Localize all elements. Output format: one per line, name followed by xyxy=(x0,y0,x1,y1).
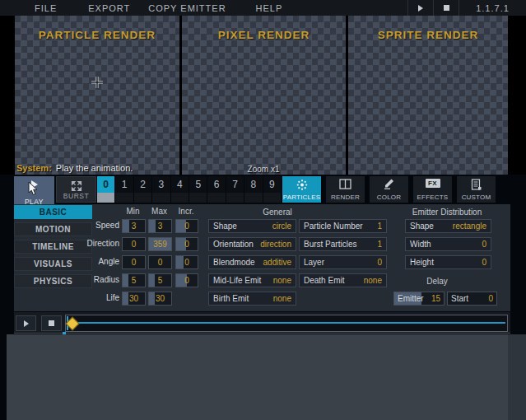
sprite-render-viewport[interactable]: SPRITE RENDER xyxy=(348,16,508,175)
field-value: 0 xyxy=(149,256,171,268)
delay-emitter-field[interactable]: Emitter15 xyxy=(393,292,445,306)
menubar-stop-button[interactable] xyxy=(434,0,459,16)
shape-button[interactable]: Shapecircle xyxy=(208,219,296,233)
field-value: 5 xyxy=(123,274,145,287)
sprite-render-title: SPRITE RENDER xyxy=(348,29,508,41)
life-min-field[interactable]: 30 xyxy=(122,292,146,306)
field-value: 0 xyxy=(176,238,198,250)
field-value: 0 xyxy=(123,256,145,268)
angle-incr-field[interactable]: 0 xyxy=(175,255,198,269)
tab-effects[interactable]: FX EFFECTS xyxy=(413,176,452,203)
timeline-bar xyxy=(0,311,526,334)
field-value: 0 xyxy=(176,274,198,287)
emitter-slot-3[interactable]: 3 xyxy=(152,176,170,203)
menu-copy-emitter[interactable]: COPY EMITTER xyxy=(148,3,226,13)
tab-custom[interactable]: CUSTOM xyxy=(457,176,496,203)
distribution-width-field[interactable]: Width0 xyxy=(405,237,491,251)
field-value: 0 xyxy=(176,220,198,232)
direction-min-field[interactable]: 0 xyxy=(122,237,146,251)
field-value: 359 xyxy=(149,238,171,250)
particles-icon xyxy=(296,179,309,191)
field-label: Emitter xyxy=(398,294,424,303)
button-label: Birth Emit xyxy=(213,294,249,303)
delay-start-field[interactable]: Start0 xyxy=(447,292,497,306)
field-value: 3 xyxy=(123,220,145,232)
speed-incr-field[interactable]: 0 xyxy=(175,219,198,233)
emitter-slot-8[interactable]: 8 xyxy=(244,176,263,203)
play-icon xyxy=(24,320,29,327)
button-label: Particle Number xyxy=(304,222,363,231)
orientation-button[interactable]: Orientationdirection xyxy=(208,237,296,251)
particle-editor-window: FILE EXPORT COPY EMITTER HELP 1.1.7.1 PA… xyxy=(0,0,526,420)
field-value: 3 xyxy=(149,220,171,232)
button-value: direction xyxy=(260,240,291,249)
menubar-play-button[interactable] xyxy=(408,0,433,16)
bottom-panel xyxy=(7,334,508,420)
delay-section-title: Delay xyxy=(408,277,466,286)
emitter-slot-1[interactable]: 1 xyxy=(115,176,133,203)
emitter-slot-6[interactable]: 6 xyxy=(207,176,226,203)
tab-particles[interactable]: PARTICLES xyxy=(282,176,321,203)
color-pencil-icon xyxy=(384,179,395,189)
angle-max-field[interactable]: 0 xyxy=(148,255,172,269)
play-icon xyxy=(418,5,423,12)
custom-document-icon xyxy=(471,179,482,190)
emitter-slot-4[interactable]: 4 xyxy=(171,176,189,203)
burst-button[interactable]: BURST xyxy=(56,176,96,203)
menu-export[interactable]: EXPORT xyxy=(88,3,130,13)
layer-field[interactable]: Layer0 xyxy=(299,255,387,269)
emitter-slot-0[interactable]: 0 xyxy=(97,176,115,203)
emitter-slot-9[interactable]: 9 xyxy=(263,176,282,203)
emitter-slot-5[interactable]: 5 xyxy=(189,176,207,203)
button-value: 0 xyxy=(482,240,486,249)
blendmode-button[interactable]: Blendmodeadditive xyxy=(208,255,296,269)
field-value: 5 xyxy=(149,274,171,287)
emitter-slot-2[interactable]: 2 xyxy=(134,176,152,203)
fx-icon: FX xyxy=(426,179,440,188)
menu-help[interactable]: HELP xyxy=(256,3,283,13)
speed-max-field[interactable]: 3 xyxy=(148,219,172,233)
general-section-title: General xyxy=(236,208,319,217)
pixel-render-title: PIXEL RENDER xyxy=(182,29,346,41)
particle-render-viewport[interactable]: PARTICLE RENDER xyxy=(15,16,179,175)
tab-color[interactable]: COLOR xyxy=(370,176,408,203)
status-message: Play the animation. xyxy=(56,163,133,173)
speed-min-field[interactable]: 3 xyxy=(122,219,146,233)
direction-incr-field[interactable]: 0 xyxy=(175,237,198,251)
bottom-right-strip xyxy=(508,334,526,420)
button-value: additive xyxy=(263,258,291,267)
death-emit-button[interactable]: Death Emitnone xyxy=(299,273,387,287)
mid-life-emit-button[interactable]: Mid-Life Emitnone xyxy=(208,273,296,287)
birth-emit-button[interactable]: Birth Emitnone xyxy=(208,292,296,306)
distribution-shape-button[interactable]: Shaperectangle xyxy=(405,219,491,233)
menu-bar: FILE EXPORT COPY EMITTER HELP 1.1.7.1 xyxy=(0,0,526,16)
life-max-field[interactable]: 30 xyxy=(148,292,172,306)
radius-max-field[interactable]: 5 xyxy=(148,273,172,287)
radius-min-field[interactable]: 5 xyxy=(122,273,146,287)
timeline-track[interactable] xyxy=(65,315,508,332)
button-value: circle xyxy=(272,222,291,231)
timeline-stop-button[interactable] xyxy=(41,315,62,331)
button-label: Burst Particles xyxy=(304,240,356,249)
angle-min-field[interactable]: 0 xyxy=(122,255,146,269)
status-line: System:Play the animation. xyxy=(16,163,133,173)
sidebar-item-basic[interactable]: BASIC xyxy=(14,205,92,219)
distribution-height-field[interactable]: Height0 xyxy=(405,255,491,269)
tab-render-label: RENDER xyxy=(331,194,360,201)
render-area: PARTICLE RENDER PIXEL RENDER SPRITE REND… xyxy=(0,16,526,175)
pixel-render-viewport[interactable]: PIXEL RENDER xyxy=(182,16,346,175)
tab-render[interactable]: RENDER xyxy=(326,176,365,203)
tab-custom-label: CUSTOM xyxy=(462,194,491,201)
burst-particles-field[interactable]: Burst Particles1 xyxy=(299,237,387,251)
timeline-play-button[interactable] xyxy=(16,315,36,331)
menu-file[interactable]: FILE xyxy=(35,3,57,13)
stop-icon xyxy=(444,5,449,11)
column-header-incr: Incr. xyxy=(175,207,198,216)
button-label: Orientation xyxy=(213,240,254,249)
direction-max-field[interactable]: 359 xyxy=(148,237,172,251)
emitter-slot-7[interactable]: 7 xyxy=(226,176,244,203)
particle-number-field[interactable]: Particle Number1 xyxy=(299,219,387,233)
radius-incr-field[interactable]: 0 xyxy=(175,273,198,287)
stop-icon xyxy=(49,320,54,326)
param-label-angle: Angle xyxy=(47,255,119,268)
